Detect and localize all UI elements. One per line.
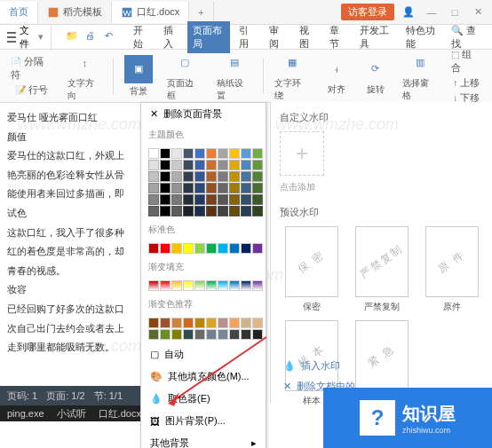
minimize-icon[interactable]: — xyxy=(423,7,440,18)
menu-page-layout[interactable]: 页面布局 xyxy=(187,21,230,53)
color-swatch[interactable] xyxy=(171,148,182,159)
color-swatch[interactable] xyxy=(160,194,171,205)
maximize-icon[interactable]: □ xyxy=(446,7,464,18)
menu-reference[interactable]: 引用 xyxy=(234,21,260,53)
menu-start[interactable]: 开始 xyxy=(128,21,155,53)
menu-insert[interactable]: 插入 xyxy=(158,21,185,53)
color-swatch[interactable] xyxy=(218,160,228,170)
color-swatch[interactable] xyxy=(252,148,263,159)
gradient-grid[interactable] xyxy=(141,277,266,295)
color-swatch[interactable] xyxy=(194,148,205,159)
color-swatch[interactable] xyxy=(148,171,159,182)
color-swatch[interactable] xyxy=(218,206,228,216)
gradient-swatch[interactable] xyxy=(160,318,171,328)
color-swatch[interactable] xyxy=(206,171,217,182)
gradient-swatch[interactable] xyxy=(241,318,251,328)
color-swatch[interactable] xyxy=(171,243,182,254)
file-menu[interactable]: 文件 xyxy=(20,24,34,51)
color-swatch[interactable] xyxy=(252,183,263,193)
tab-document[interactable]: W 口红.docx xyxy=(112,2,189,23)
color-swatch[interactable] xyxy=(183,160,194,170)
gradient-swatch[interactable] xyxy=(160,280,171,291)
color-swatch[interactable] xyxy=(148,160,159,170)
color-swatch[interactable] xyxy=(241,194,251,205)
print-icon[interactable]: 🖨 xyxy=(85,30,99,44)
color-swatch[interactable] xyxy=(252,243,263,254)
color-swatch[interactable] xyxy=(148,206,159,216)
color-swatch[interactable] xyxy=(218,183,228,193)
menu-review[interactable]: 审阅 xyxy=(264,21,290,53)
color-swatch[interactable] xyxy=(241,183,251,193)
color-swatch[interactable] xyxy=(148,148,159,159)
color-swatch[interactable] xyxy=(194,243,205,254)
color-swatch[interactable] xyxy=(183,148,194,159)
color-swatch[interactable] xyxy=(160,206,171,216)
color-swatch[interactable] xyxy=(148,243,159,254)
color-swatch[interactable] xyxy=(241,243,251,254)
tab-home[interactable]: 首页 xyxy=(0,2,38,23)
color-swatch[interactable] xyxy=(229,171,240,182)
color-swatch[interactable] xyxy=(206,206,217,216)
watermark-preset[interactable]: 原 件原件 xyxy=(420,226,483,313)
color-swatch[interactable] xyxy=(160,243,171,254)
color-swatch[interactable] xyxy=(229,183,240,193)
color-swatch[interactable] xyxy=(218,171,228,182)
color-swatch[interactable] xyxy=(241,206,251,216)
close-icon[interactable]: ✕ xyxy=(469,6,487,18)
new-tab-button[interactable]: + xyxy=(189,2,213,23)
color-swatch[interactable] xyxy=(252,171,263,182)
ribbon-rotate[interactable]: ⟳ 旋转 xyxy=(360,57,392,96)
color-swatch[interactable] xyxy=(171,183,182,193)
hamburger-icon[interactable] xyxy=(7,32,16,43)
gradient-swatch[interactable] xyxy=(183,280,194,291)
dd-delete-bg[interactable]: ✕ 删除页面背景 xyxy=(141,103,266,125)
undo-icon[interactable]: ↶ xyxy=(105,30,119,44)
ribbon-group-btn[interactable]: ⬚ 组合 ↑ 上移 ↓ 下移 xyxy=(448,48,485,105)
watermark-preset[interactable]: 保 密保密 xyxy=(280,226,343,313)
color-swatch[interactable] xyxy=(183,243,194,254)
menu-chapter[interactable]: 章节 xyxy=(324,21,351,53)
dd-other-bg[interactable]: 其他背景 ▸ xyxy=(141,432,266,448)
ribbon-align[interactable]: ⫞ 对齐 xyxy=(321,57,353,96)
ribbon-break[interactable]: 📄 分隔符 📝 行号 xyxy=(7,55,57,97)
gradient-swatch[interactable] xyxy=(229,280,240,291)
color-swatch[interactable] xyxy=(194,206,205,216)
color-swatch[interactable] xyxy=(241,160,251,170)
color-swatch[interactable] xyxy=(148,194,159,205)
gradient-swatch[interactable] xyxy=(171,318,182,328)
color-swatch[interactable] xyxy=(229,243,240,254)
color-swatch[interactable] xyxy=(183,171,194,182)
login-button[interactable]: 访客登录 xyxy=(341,4,394,20)
color-swatch[interactable] xyxy=(241,171,251,182)
color-swatch[interactable] xyxy=(194,160,205,170)
color-swatch[interactable] xyxy=(206,183,217,193)
ribbon-select-pane[interactable]: ▥ 选择窗格 xyxy=(399,51,441,102)
gradient-swatch[interactable] xyxy=(206,318,217,328)
color-swatch[interactable] xyxy=(183,194,194,205)
std-color-grid[interactable] xyxy=(141,240,266,257)
color-swatch[interactable] xyxy=(241,148,251,159)
gradient-swatch[interactable] xyxy=(148,318,159,328)
gradient-swatch[interactable] xyxy=(183,318,194,328)
menu-dev[interactable]: 开发工具 xyxy=(354,21,397,53)
color-swatch[interactable] xyxy=(171,206,182,216)
color-swatch[interactable] xyxy=(218,243,228,254)
gradient-swatch[interactable] xyxy=(148,280,159,291)
color-swatch[interactable] xyxy=(183,206,194,216)
color-swatch[interactable] xyxy=(206,160,217,170)
color-swatch[interactable] xyxy=(252,194,263,205)
color-swatch[interactable] xyxy=(229,148,240,159)
gradient-swatch[interactable] xyxy=(218,280,228,291)
color-swatch[interactable] xyxy=(218,194,228,205)
ribbon-border[interactable]: ▢ 页面边框 xyxy=(163,51,206,102)
color-swatch[interactable] xyxy=(206,194,217,205)
color-swatch[interactable] xyxy=(252,160,263,170)
tab-template[interactable]: 稻壳模板 xyxy=(38,2,112,23)
gradient-swatch[interactable] xyxy=(229,318,240,328)
color-swatch[interactable] xyxy=(206,243,217,254)
color-swatch[interactable] xyxy=(160,148,171,159)
color-swatch[interactable] xyxy=(206,148,217,159)
color-swatch[interactable] xyxy=(229,194,240,205)
avatar-icon[interactable]: 👤 xyxy=(400,6,417,18)
taskbar-item[interactable]: ping.exe xyxy=(7,408,44,419)
